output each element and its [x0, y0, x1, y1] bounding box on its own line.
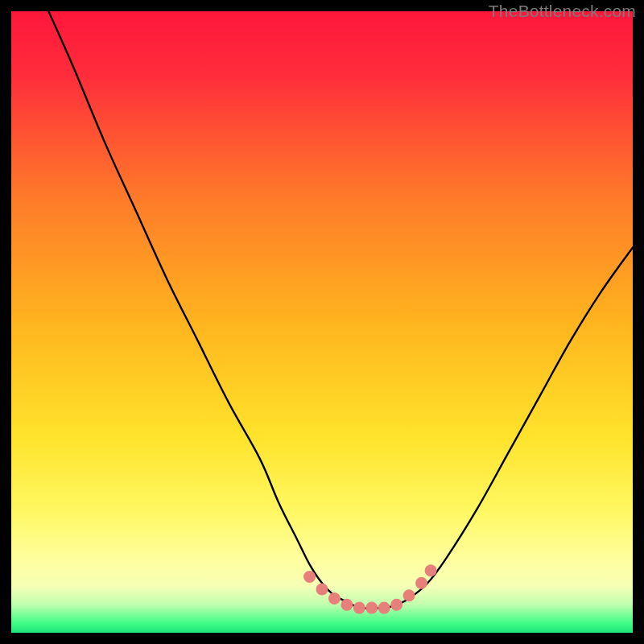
highlight-dot — [425, 564, 437, 576]
highlight-dot — [316, 583, 328, 595]
highlight-dot — [390, 599, 402, 611]
highlight-dot — [365, 602, 378, 614]
highlight-dot — [403, 589, 415, 601]
gradient-background — [11, 11, 633, 633]
highlight-dot — [415, 577, 427, 589]
chart-frame — [11, 11, 633, 633]
highlight-dot — [353, 602, 365, 614]
highlight-dot — [341, 599, 353, 611]
highlight-dot — [328, 592, 341, 605]
highlight-dot — [303, 571, 316, 583]
watermark-text: TheBottleneck.com — [489, 2, 636, 21]
bottleneck-chart — [11, 11, 633, 633]
highlight-dot — [378, 602, 390, 614]
